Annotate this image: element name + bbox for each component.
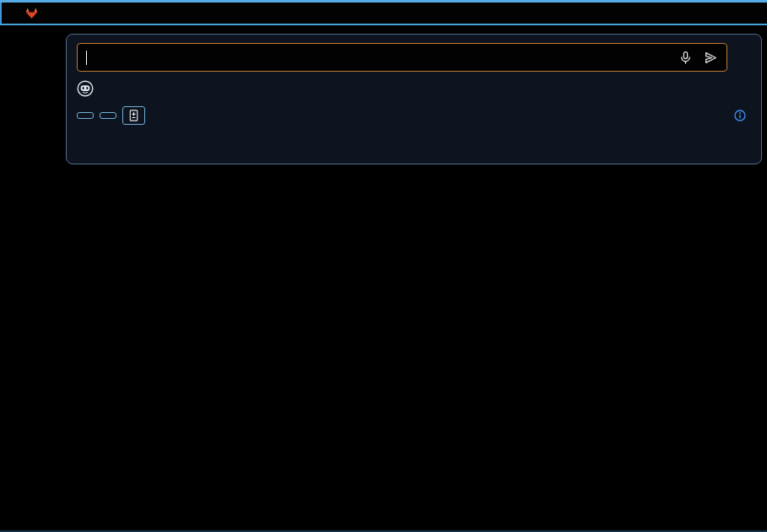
breadcrumb (0, 3, 767, 24)
change-hint (734, 110, 751, 121)
send-icon[interactable] (704, 51, 718, 65)
copilot-inline-chat (66, 34, 762, 164)
diff-file-icon (127, 109, 140, 122)
microphone-icon[interactable] (678, 51, 693, 65)
chat-input-row (77, 43, 751, 72)
chat-input-icons (678, 51, 718, 65)
copilot-icon (77, 80, 94, 97)
editor (0, 25, 767, 164)
provider-row (77, 80, 751, 97)
action-row (77, 106, 751, 125)
gitlab-icon (24, 6, 39, 20)
discard-button[interactable] (100, 112, 116, 119)
text-caret (86, 51, 87, 65)
vscode-window (0, 0, 767, 532)
chat-input[interactable] (77, 43, 727, 72)
info-icon (734, 110, 746, 121)
toggle-changes-button[interactable] (122, 106, 145, 125)
accept-button[interactable] (77, 112, 94, 119)
